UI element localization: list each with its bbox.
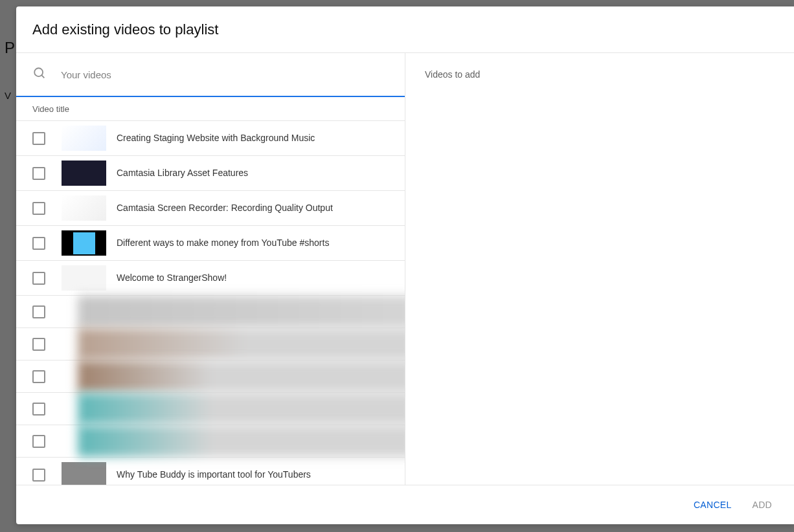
right-panel-header: Videos to add bbox=[405, 53, 794, 96]
blurred-content bbox=[78, 360, 405, 392]
video-thumbnail bbox=[62, 195, 106, 221]
modal-footer: CANCEL ADD bbox=[16, 485, 794, 524]
search-input[interactable] bbox=[61, 69, 389, 80]
svg-point-0 bbox=[34, 68, 43, 76]
video-thumbnail bbox=[62, 265, 106, 291]
video-checkbox[interactable] bbox=[32, 237, 45, 250]
video-title-text: Camtasia Screen Recorder: Recording Qual… bbox=[117, 202, 333, 215]
blurred-content bbox=[78, 425, 405, 457]
video-list[interactable]: Creating Staging Website with Background… bbox=[16, 121, 405, 485]
blurred-content bbox=[78, 296, 405, 327]
video-checkbox[interactable] bbox=[32, 469, 45, 482]
video-title-text: Welcome to StrangerShow! bbox=[117, 272, 227, 285]
video-row-blurred[interactable] bbox=[16, 296, 405, 328]
list-header: Video title bbox=[16, 97, 405, 121]
video-search-panel: Video title Creating Staging Website wit… bbox=[16, 53, 405, 485]
video-checkbox[interactable] bbox=[32, 370, 45, 383]
video-row[interactable]: Different ways to make money from YouTub… bbox=[16, 226, 405, 261]
search-icon bbox=[32, 66, 47, 83]
bg-page-title-fragment: P bbox=[5, 39, 15, 57]
bg-page-text-fragment: V bbox=[5, 90, 11, 101]
video-checkbox[interactable] bbox=[32, 403, 45, 416]
video-row[interactable]: Creating Staging Website with Background… bbox=[16, 121, 405, 156]
blurred-content bbox=[78, 393, 405, 425]
video-checkbox[interactable] bbox=[32, 435, 45, 448]
svg-line-1 bbox=[41, 75, 44, 78]
videos-to-add-panel: Videos to add bbox=[405, 53, 794, 485]
video-checkbox[interactable] bbox=[32, 132, 45, 145]
search-bar bbox=[16, 53, 405, 97]
video-row-blurred[interactable] bbox=[16, 393, 405, 425]
video-title-text: Creating Staging Website with Background… bbox=[117, 132, 315, 145]
video-title-text: Why Tube Buddy is important tool for You… bbox=[117, 469, 311, 482]
video-row-blurred[interactable] bbox=[16, 425, 405, 458]
video-checkbox[interactable] bbox=[32, 305, 45, 318]
video-thumbnail bbox=[62, 462, 106, 485]
modal-header: Add existing videos to playlist bbox=[16, 6, 794, 52]
video-title-text: Camtasia Library Asset Features bbox=[117, 167, 248, 180]
video-thumbnail bbox=[62, 161, 106, 186]
add-button[interactable]: ADD bbox=[749, 494, 776, 515]
video-checkbox[interactable] bbox=[32, 202, 45, 215]
video-row[interactable]: Camtasia Screen Recorder: Recording Qual… bbox=[16, 191, 405, 226]
video-checkbox[interactable] bbox=[32, 272, 45, 285]
modal-title: Add existing videos to playlist bbox=[32, 21, 778, 38]
blurred-content bbox=[78, 328, 405, 360]
video-row[interactable]: Welcome to StrangerShow! bbox=[16, 261, 405, 296]
video-row-blurred[interactable] bbox=[16, 360, 405, 393]
video-row[interactable]: Camtasia Library Asset Features bbox=[16, 156, 405, 191]
video-title-text: Different ways to make money from YouTub… bbox=[117, 237, 329, 250]
video-thumbnail bbox=[62, 126, 106, 151]
video-thumbnail bbox=[62, 230, 106, 256]
add-videos-modal: Add existing videos to playlist Video ti… bbox=[16, 6, 794, 524]
video-row-blurred[interactable] bbox=[16, 328, 405, 360]
video-checkbox[interactable] bbox=[32, 338, 45, 351]
video-row[interactable]: Why Tube Buddy is important tool for You… bbox=[16, 458, 405, 485]
video-checkbox[interactable] bbox=[32, 167, 45, 180]
cancel-button[interactable]: CANCEL bbox=[690, 494, 736, 515]
modal-content: Video title Creating Staging Website wit… bbox=[16, 52, 794, 485]
